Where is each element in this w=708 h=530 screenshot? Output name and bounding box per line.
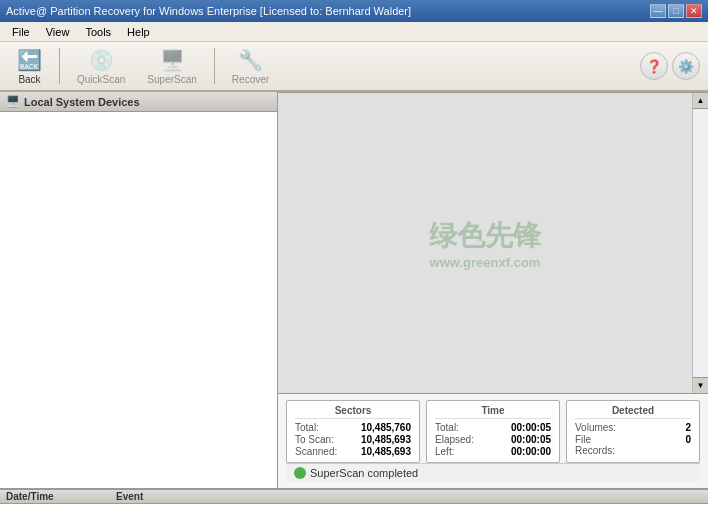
scrollbar-right[interactable]: ▲ ▼: [692, 93, 708, 393]
menubar: File View Tools Help: [0, 22, 708, 42]
recover-button[interactable]: 🔧 Recover: [223, 44, 278, 89]
quickscan-icon: 💿: [89, 48, 114, 72]
detected-group: Detected Volumes: 2 File Records: 0: [566, 400, 700, 463]
scroll-down-button[interactable]: ▼: [693, 377, 708, 393]
maximize-button[interactable]: □: [668, 4, 684, 18]
time-group: Time Total: 00:00:05 Elapsed: 00:00:05 L…: [426, 400, 560, 463]
menu-tools[interactable]: Tools: [77, 24, 119, 40]
scroll-up-button[interactable]: ▲: [693, 93, 708, 109]
main-area: 🖥️ Local System Devices 绿色先锋 www.greenxf…: [0, 92, 708, 488]
computer-icon: 🖥️: [6, 95, 20, 108]
device-tree: [0, 112, 277, 488]
back-button[interactable]: 🔙 Back: [8, 44, 51, 89]
event-log-body: [0, 504, 708, 508]
scan-status-text: SuperScan completed: [310, 467, 418, 479]
left-time: Left: 00:00:00: [435, 446, 551, 457]
detected-volumes: Volumes: 2: [575, 422, 691, 433]
title-text: Active@ Partition Recovery for Windows E…: [6, 5, 650, 17]
scan-status-bar: SuperScan completed: [286, 463, 700, 482]
quickscan-button[interactable]: 💿 QuickScan: [68, 44, 134, 89]
back-icon: 🔙: [17, 48, 42, 72]
detected-files: File Records: 0: [575, 434, 691, 456]
superscan-button[interactable]: 🖥️ SuperScan: [138, 44, 205, 89]
help-button[interactable]: ❓: [640, 52, 668, 80]
toolbar-help: ❓ ⚙️: [640, 52, 700, 80]
scan-area: 绿色先锋 www.greenxf.com: [278, 93, 692, 393]
menu-help[interactable]: Help: [119, 24, 158, 40]
scan-content: 绿色先锋 www.greenxf.com ▲ ▼: [278, 93, 708, 393]
scan-grid: [278, 93, 692, 393]
left-panel: 🖥️ Local System Devices: [0, 92, 278, 488]
minimize-button[interactable]: —: [650, 4, 666, 18]
elapsed-time: Elapsed: 00:00:05: [435, 434, 551, 445]
total-sectors: Total: 10,485,760: [295, 422, 411, 433]
titlebar: Active@ Partition Recovery for Windows E…: [0, 0, 708, 22]
superscan-icon: 🖥️: [160, 48, 185, 72]
left-panel-header: 🖥️ Local System Devices: [0, 92, 277, 112]
status-dot-icon: [294, 467, 306, 479]
menu-file[interactable]: File: [4, 24, 38, 40]
toolbar-separator-1: [59, 48, 60, 84]
toscan-sectors: To Scan: 10,485,693: [295, 434, 411, 445]
event-log: Date/Time Event: [0, 488, 708, 530]
stats-row: Sectors Total: 10,485,760 To Scan: 10,48…: [286, 400, 700, 463]
sectors-group: Sectors Total: 10,485,760 To Scan: 10,48…: [286, 400, 420, 463]
window-controls: — □ ✕: [650, 4, 702, 18]
toolbar-separator-2: [214, 48, 215, 84]
menu-view[interactable]: View: [38, 24, 78, 40]
settings-button[interactable]: ⚙️: [672, 52, 700, 80]
close-button[interactable]: ✕: [686, 4, 702, 18]
scanned-sectors: Scanned: 10,485,693: [295, 446, 411, 457]
right-panel: 绿色先锋 www.greenxf.com ▲ ▼ Sectors Total: …: [278, 92, 708, 488]
stats-area: Sectors Total: 10,485,760 To Scan: 10,48…: [278, 393, 708, 488]
recover-icon: 🔧: [238, 48, 263, 72]
toolbar: 🔙 Back 💿 QuickScan 🖥️ SuperScan 🔧 Recove…: [0, 42, 708, 92]
total-time: Total: 00:00:05: [435, 422, 551, 433]
event-log-header: Date/Time Event: [0, 490, 708, 504]
